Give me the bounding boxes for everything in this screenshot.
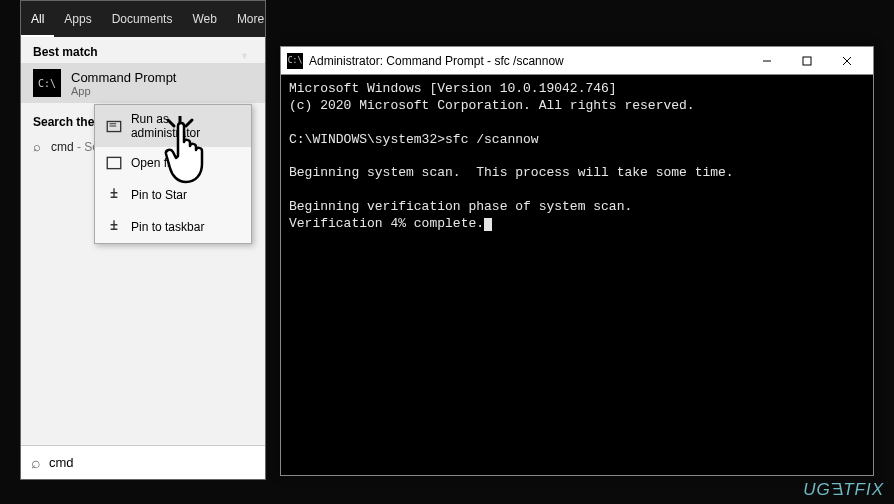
- best-match-title: Command Prompt: [71, 70, 176, 85]
- tab-documents[interactable]: Documents: [102, 1, 183, 37]
- search-icon: ⌕: [31, 454, 41, 472]
- command-prompt-window: C:\ Administrator: Command Prompt - sfc …: [280, 46, 874, 476]
- ctx-item-label: Open file lo: [131, 156, 192, 170]
- tab-apps[interactable]: Apps: [54, 1, 101, 37]
- best-match-item[interactable]: C:\ Command Prompt App: [21, 63, 265, 103]
- folder-icon: [105, 154, 123, 172]
- svg-rect-6: [803, 57, 811, 65]
- search-box[interactable]: ⌕: [21, 445, 265, 479]
- ctx-pin-to-taskbar[interactable]: Pin to taskbar: [95, 211, 251, 243]
- ctx-item-label: Pin to taskbar: [131, 220, 204, 234]
- window-title: Administrator: Command Prompt - sfc /sca…: [309, 54, 747, 68]
- command-prompt-icon: C:\: [287, 53, 303, 69]
- ctx-pin-to-start[interactable]: Pin to Star: [95, 179, 251, 211]
- maximize-button[interactable]: [787, 47, 827, 75]
- pin-icon: [105, 218, 123, 236]
- search-input[interactable]: [49, 455, 255, 470]
- search-icon: ⌕: [33, 139, 41, 154]
- command-prompt-icon: C:\: [33, 69, 61, 97]
- chevron-down-icon: ▼: [240, 51, 249, 61]
- ctx-open-file-location[interactable]: Open file lo: [95, 147, 251, 179]
- tab-more[interactable]: More ▼: [227, 1, 274, 37]
- title-bar[interactable]: C:\ Administrator: Command Prompt - sfc …: [281, 47, 873, 75]
- svg-rect-1: [107, 157, 121, 168]
- best-match-subtitle: App: [71, 85, 176, 97]
- admin-icon: [105, 117, 123, 135]
- ctx-item-label: Run as administrator: [131, 112, 241, 140]
- tab-web[interactable]: Web: [182, 1, 226, 37]
- pin-icon: [105, 186, 123, 204]
- tab-all[interactable]: All: [21, 1, 54, 37]
- minimize-button[interactable]: [747, 47, 787, 75]
- best-match-label: Best match: [21, 37, 265, 63]
- text-cursor: [484, 218, 492, 231]
- close-button[interactable]: [827, 47, 867, 75]
- start-tabs: All Apps Documents Web More ▼: [21, 1, 265, 37]
- ctx-run-as-administrator[interactable]: Run as administrator: [95, 105, 251, 147]
- ctx-item-label: Pin to Star: [131, 188, 187, 202]
- context-menu: Run as administrator Open file lo Pin to…: [94, 104, 252, 244]
- terminal-output[interactable]: Microsoft Windows [Version 10.0.19042.74…: [281, 75, 873, 239]
- watermark: UGETFIX: [803, 480, 884, 500]
